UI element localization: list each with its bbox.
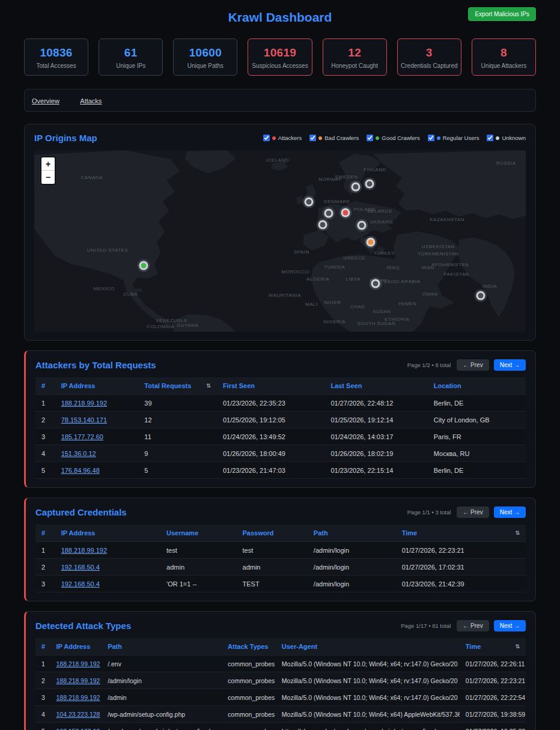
cell: /wp-admin/setup-config.php: [102, 706, 222, 723]
attack-types-table: #IP AddressPathAttack TypesUser-AgentTim…: [35, 638, 526, 730]
cell: TEST: [237, 576, 308, 592]
table-row: 4104.23.223.128/wp-admin/setup-config.ph…: [35, 706, 526, 723]
legend-color-dot-icon: [272, 136, 276, 140]
cell: 5: [138, 462, 217, 479]
sort-icon[interactable]: ⇅: [206, 383, 211, 389]
cell: 4: [35, 706, 50, 723]
cell-ip: 192.168.50.4: [55, 559, 160, 576]
table-row: 3185.177.72.601101/24/2026, 13:49:5201/2…: [35, 428, 526, 445]
legend-item-attackers[interactable]: Attackers: [263, 135, 302, 141]
column-header-user-agent[interactable]: User-Agent: [276, 638, 460, 655]
map-marker-unknown[interactable]: [373, 281, 378, 286]
column-header-total-requests[interactable]: Total Requests⇅: [138, 377, 217, 395]
legend-item-bad-crawlers[interactable]: Bad Crawlers: [309, 135, 359, 141]
ip-link[interactable]: 188.218.99.192: [56, 677, 100, 684]
ip-link[interactable]: 188.218.99.192: [61, 547, 107, 554]
credentials-panel-header: Captured Credentials Page 1/1 • 3 total …: [35, 506, 526, 518]
credentials-table: #IP AddressUsernamePasswordPathTime⇅1188…: [35, 525, 526, 592]
map-marker-unknown[interactable]: [320, 222, 326, 228]
column-header--[interactable]: #: [35, 638, 50, 655]
map-marker-unknown[interactable]: [326, 211, 331, 216]
sort-icon[interactable]: ⇅: [515, 643, 520, 649]
tab-attacks[interactable]: Attacks: [80, 97, 102, 105]
cell: 01/27/2026, 22:23:21: [396, 542, 526, 559]
legend-item-good-crawlers[interactable]: Good Crawlers: [367, 135, 419, 141]
export-malicious-ips-button[interactable]: Export Malicious IPs: [468, 7, 536, 21]
column-header-first-seen[interactable]: First Seen: [217, 377, 325, 395]
cell: City of London, GB: [428, 412, 526, 428]
legend-item-unknown[interactable]: Unknown: [487, 135, 526, 141]
column-header--[interactable]: #: [35, 525, 55, 542]
map-marker-unknown[interactable]: [306, 199, 312, 205]
ip-link[interactable]: 78.153.140.171: [61, 416, 107, 424]
column-header-location[interactable]: Location: [428, 377, 526, 395]
next-button[interactable]: Next →: [494, 359, 526, 371]
map-marker-attacker[interactable]: [342, 210, 348, 215]
map-marker-unknown[interactable]: [367, 181, 372, 186]
ip-link[interactable]: 188.218.99.192: [56, 660, 100, 668]
ip-link[interactable]: 162.158.182.104: [56, 728, 102, 730]
legend-checkbox[interactable]: [367, 135, 373, 141]
cell-ip: 188.218.99.192: [50, 672, 102, 689]
prev-button[interactable]: ← Prev: [457, 620, 488, 631]
table-row: 5176.84.96.48501/23/2026, 21:47:0301/23/…: [35, 462, 526, 479]
next-button[interactable]: Next →: [494, 506, 526, 518]
cell: Berlin, DE: [428, 462, 526, 479]
table-row: 2188.218.99.192/admin/logincommon_probes…: [35, 672, 526, 689]
attackers-pagination: Page 1/2 • 8 total ← Prev Next →: [407, 359, 526, 371]
ip-link[interactable]: 192.168.50.4: [61, 580, 100, 588]
column-header-ip-address[interactable]: IP Address: [50, 638, 102, 655]
sort-icon[interactable]: ⇅: [515, 530, 520, 536]
map-marker-good[interactable]: [141, 263, 146, 269]
ip-link[interactable]: 192.168.50.4: [61, 564, 100, 571]
cell: 01/27/2026, 22:26:11: [460, 655, 526, 672]
map-canvas[interactable]: + − CANADAICELANDRUSSIANORWAYSWEDENFINLA…: [34, 150, 526, 332]
column-header--[interactable]: #: [35, 377, 55, 395]
column-header-username[interactable]: Username: [160, 525, 236, 542]
column-header-path[interactable]: Path: [102, 638, 222, 655]
ip-link[interactable]: 104.23.223.128: [56, 711, 100, 718]
column-header-password[interactable]: Password: [237, 525, 308, 542]
zoom-out-button[interactable]: −: [41, 171, 55, 184]
column-header-ip-address[interactable]: IP Address: [55, 525, 160, 542]
cell: 5: [35, 462, 55, 479]
map-marker-bad[interactable]: [368, 240, 373, 245]
column-header-time[interactable]: Time⇅: [460, 638, 526, 655]
ip-link[interactable]: 188.218.99.192: [56, 694, 100, 701]
map-marker-unknown[interactable]: [353, 184, 358, 190]
legend-color-dot-icon: [437, 136, 440, 140]
table-row: 3192.168.50.4'OR 1=1 --TEST/admin/login0…: [35, 576, 526, 592]
column-header-last-seen[interactable]: Last Seen: [324, 377, 427, 395]
legend-checkbox[interactable]: [263, 135, 270, 141]
prev-button[interactable]: ← Prev: [457, 506, 488, 518]
tab-overview[interactable]: Overview: [32, 97, 59, 105]
map-marker-unknown[interactable]: [478, 293, 483, 298]
cell: 3: [35, 576, 55, 592]
column-header-attack-types[interactable]: Attack Types: [222, 638, 276, 655]
ip-link[interactable]: 151.36.0.12: [61, 450, 96, 457]
column-header-ip-address[interactable]: IP Address: [55, 377, 139, 395]
cell: 39: [138, 395, 217, 412]
stat-label: Unique IPs: [102, 62, 160, 69]
cell: Mozilla/5.0 (Windows NT 10.0; Win64; x64…: [276, 706, 460, 723]
legend-color-dot-icon: [376, 136, 379, 140]
column-header-time[interactable]: Time⇅: [396, 525, 526, 542]
cell: 1: [35, 655, 50, 672]
stat-label: Suspicious Accesses: [251, 62, 309, 69]
map-marker-unknown[interactable]: [359, 223, 364, 228]
prev-button[interactable]: ← Prev: [457, 359, 488, 371]
legend-checkbox[interactable]: [309, 135, 316, 141]
zoom-in-button[interactable]: +: [41, 157, 55, 171]
legend-item-regular-users[interactable]: Regular Users: [428, 135, 479, 141]
ip-link[interactable]: 185.177.72.60: [61, 433, 103, 440]
map-zoom-control: + −: [40, 156, 56, 185]
ip-link[interactable]: 188.218.99.192: [61, 400, 107, 407]
cell-ip: 151.36.0.12: [55, 445, 139, 462]
stat-card-unique-paths: 10600 Unique Paths: [173, 38, 237, 76]
next-button[interactable]: Next →: [494, 620, 526, 631]
ip-link[interactable]: 176.84.96.48: [61, 467, 100, 474]
cell: 01/24/2026, 14:03:17: [324, 428, 427, 445]
column-header-path[interactable]: Path: [308, 525, 396, 542]
legend-checkbox[interactable]: [428, 135, 434, 141]
legend-checkbox[interactable]: [487, 135, 493, 141]
